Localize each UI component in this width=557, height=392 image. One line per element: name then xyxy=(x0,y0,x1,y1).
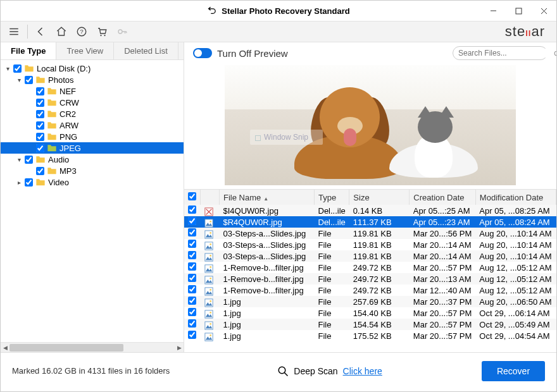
tree-checkbox[interactable] xyxy=(25,76,33,84)
search-input[interactable] xyxy=(458,49,553,58)
tree-item-png[interactable]: PNG xyxy=(1,131,184,142)
preview-toggle[interactable]: Turn Off Preview xyxy=(193,48,288,59)
row-checkbox[interactable] xyxy=(188,228,196,236)
table-row[interactable]: $R4QUW0R.jpgDel...ile111.37 KBApr 05...:… xyxy=(184,216,556,228)
cell-filename: 1.jpg xyxy=(220,296,315,307)
tree-checkbox[interactable] xyxy=(36,133,44,141)
tree-item-mp3[interactable]: MP3 xyxy=(1,165,184,176)
tab-tree-view[interactable]: Tree View xyxy=(56,42,114,59)
row-checkbox[interactable] xyxy=(188,205,196,214)
tree-item-video[interactable]: ▸Video xyxy=(1,176,184,188)
file-icon xyxy=(204,241,213,250)
cart-button[interactable] xyxy=(92,23,111,40)
folder-icon xyxy=(35,155,46,164)
tree-item-jpeg[interactable]: JPEG xyxy=(1,142,184,154)
svg-point-31 xyxy=(210,278,211,279)
tab-deleted-list[interactable]: Deleted List xyxy=(114,42,178,59)
cell-size: 249.72 KB xyxy=(349,273,410,285)
col-filename[interactable]: File Name xyxy=(223,193,261,202)
tree-item-audio[interactable]: ▾Audio xyxy=(1,154,184,165)
col-type[interactable]: Type xyxy=(315,190,349,205)
file-icon xyxy=(204,298,213,307)
minimize-button[interactable] xyxy=(480,1,506,21)
tree-item-crw[interactable]: CRW xyxy=(1,97,184,108)
back-button[interactable] xyxy=(32,23,51,40)
close-button[interactable] xyxy=(531,1,556,21)
file-icon xyxy=(204,332,213,341)
row-checkbox[interactable] xyxy=(188,319,196,328)
chevron-icon[interactable]: ▾ xyxy=(15,156,23,163)
table-row[interactable]: 1-Remove-b...filter.jpgFile249.72 KBMar … xyxy=(184,262,556,273)
tree-checkbox[interactable] xyxy=(13,64,22,73)
select-all-checkbox[interactable] xyxy=(188,192,196,200)
table-row[interactable]: 1.jpgFile257.69 KBMar 20...:37 PMAug 20,… xyxy=(184,296,556,307)
tree-item-nef[interactable]: NEF xyxy=(1,85,184,97)
svg-point-47 xyxy=(279,367,286,374)
tree-checkbox[interactable] xyxy=(36,144,44,152)
row-checkbox[interactable] xyxy=(188,262,196,271)
row-checkbox[interactable] xyxy=(188,331,196,339)
key-button[interactable] xyxy=(113,23,132,40)
tree-item-photos[interactable]: ▾Photos xyxy=(1,74,184,85)
svg-point-8 xyxy=(118,30,122,34)
cell-filename: 1.jpg xyxy=(220,319,315,330)
chevron-icon[interactable]: ▾ xyxy=(3,65,12,72)
svg-line-48 xyxy=(285,372,288,376)
svg-point-46 xyxy=(210,334,211,336)
tree-checkbox[interactable] xyxy=(36,99,44,107)
tree-checkbox[interactable] xyxy=(36,110,44,118)
file-table[interactable]: File Name▲ Type Size Creation Date Modif… xyxy=(184,189,556,352)
table-row[interactable]: 1.jpgFile154.54 KBMar 20...:57 PMOct 29,… xyxy=(184,319,556,330)
table-row[interactable]: 03-Steps-a...Slides.jpgFile119.81 KBMar … xyxy=(184,239,556,250)
table-row[interactable]: 03-Steps-a...Slides.jpgFile119.81 KBMar … xyxy=(184,250,556,262)
row-checkbox[interactable] xyxy=(188,274,196,282)
cell-size: 249.72 KB xyxy=(349,285,410,296)
cell-cdate: Mar 20...:13 AM xyxy=(410,273,475,285)
tree-label: Video xyxy=(48,178,69,187)
cell-size: 154.40 KB xyxy=(349,307,410,319)
tree-checkbox[interactable] xyxy=(36,121,44,130)
tree-item-local-disk-d-[interactable]: ▾Local Disk (D:) xyxy=(1,63,184,74)
deepscan-link[interactable]: Click here xyxy=(343,366,382,376)
chevron-icon[interactable]: ▾ xyxy=(15,77,23,83)
maximize-button[interactable] xyxy=(506,1,531,21)
cell-mdate: Aug 20, ...10:14 AM xyxy=(475,228,556,239)
cell-mdate: Aug 20, ...10:14 AM xyxy=(475,250,556,262)
search-box[interactable] xyxy=(453,46,548,60)
tab-file-type[interactable]: File Type xyxy=(1,42,56,59)
col-size[interactable]: Size xyxy=(349,190,410,205)
row-checkbox[interactable] xyxy=(188,297,196,305)
row-checkbox[interactable] xyxy=(188,285,196,293)
tree-item-cr2[interactable]: CR2 xyxy=(1,108,184,119)
table-row[interactable]: 1-Remove-b...filter.jpgFile249.72 KBMar … xyxy=(184,273,556,285)
row-checkbox[interactable] xyxy=(188,308,196,316)
help-button[interactable]: ? xyxy=(72,23,91,40)
col-mdate[interactable]: Modification Date xyxy=(475,190,556,205)
table-row[interactable]: $I4QUW0R.jpgDel...ile0.14 KBApr 05...:25… xyxy=(184,205,556,216)
cell-type: Del...ile xyxy=(315,216,349,228)
tree-item-arw[interactable]: ARW xyxy=(1,119,184,131)
row-checkbox[interactable] xyxy=(188,251,196,259)
cell-mdate: Apr 05, ...08:25 AM xyxy=(475,205,556,216)
table-row[interactable]: 1-Remove-b...filter.jpgFile249.72 KBMar … xyxy=(184,285,556,296)
menu-button[interactable] xyxy=(4,23,23,40)
tree-checkbox[interactable] xyxy=(25,178,33,187)
preview-toggle-label: Turn Off Preview xyxy=(217,48,288,59)
col-cdate[interactable]: Creation Date xyxy=(410,190,475,205)
tree-checkbox[interactable] xyxy=(36,87,44,95)
file-tree[interactable]: ▾Local Disk (D:)▾PhotosNEFCRWCR2ARWPNGJP… xyxy=(1,60,184,342)
tree-checkbox[interactable] xyxy=(25,156,33,164)
recover-button[interactable]: Recover xyxy=(482,361,545,381)
row-checkbox[interactable] xyxy=(188,240,196,248)
tree-checkbox[interactable] xyxy=(36,167,44,175)
table-row[interactable]: 03-Steps-a...Slides.jpgFile119.81 KBMar … xyxy=(184,228,556,239)
svg-point-22 xyxy=(210,243,211,245)
snip-hint: Window Snip xyxy=(250,130,323,145)
row-checkbox[interactable] xyxy=(188,217,196,225)
table-row[interactable]: 1.jpgFile154.40 KBMar 20...:57 PMOct 29,… xyxy=(184,307,556,319)
home-button[interactable] xyxy=(52,23,71,40)
chevron-icon[interactable]: ▸ xyxy=(15,179,23,186)
table-row[interactable]: 1.jpgFile175.52 KBMar 20...:57 PMOct 29,… xyxy=(184,330,556,341)
file-icon xyxy=(204,286,213,295)
tree-scrollbar[interactable]: ◀ ▶ xyxy=(1,342,184,352)
